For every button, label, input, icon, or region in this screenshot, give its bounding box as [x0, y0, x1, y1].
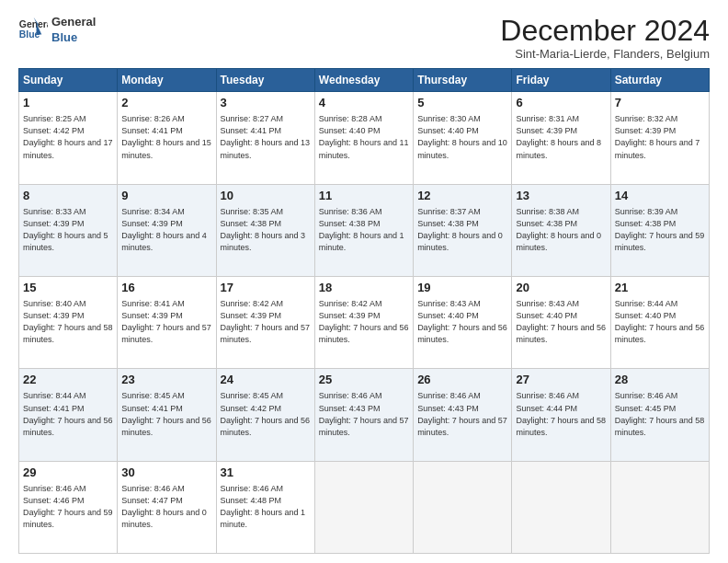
calendar-cell: 23Sunrise: 8:45 AMSunset: 4:41 PMDayligh… [118, 369, 216, 461]
calendar-cell: 24Sunrise: 8:45 AMSunset: 4:42 PMDayligh… [216, 369, 314, 461]
day-number: 15 [23, 280, 113, 296]
calendar-cell: 7Sunrise: 8:32 AMSunset: 4:39 PMDaylight… [610, 92, 709, 184]
day-info: Sunrise: 8:39 AMSunset: 4:38 PMDaylight:… [615, 206, 705, 254]
calendar-cell: 12Sunrise: 8:37 AMSunset: 4:38 PMDayligh… [414, 184, 512, 276]
day-info: Sunrise: 8:46 AMSunset: 4:46 PMDaylight:… [23, 483, 113, 531]
day-info: Sunrise: 8:42 AMSunset: 4:39 PMDaylight:… [221, 298, 311, 346]
day-number: 30 [121, 465, 211, 481]
day-number: 8 [23, 188, 113, 204]
day-info: Sunrise: 8:46 AMSunset: 4:44 PMDaylight:… [516, 390, 606, 438]
calendar-cell: 16Sunrise: 8:41 AMSunset: 4:39 PMDayligh… [118, 276, 216, 368]
day-info: Sunrise: 8:36 AMSunset: 4:38 PMDaylight:… [319, 206, 409, 254]
day-number: 1 [23, 95, 113, 111]
day-number: 6 [516, 95, 606, 111]
col-header-saturday: Saturday [610, 69, 709, 92]
day-info: Sunrise: 8:40 AMSunset: 4:39 PMDaylight:… [23, 298, 113, 346]
day-info: Sunrise: 8:46 AMSunset: 4:48 PMDaylight:… [221, 483, 311, 531]
day-number: 4 [319, 95, 409, 111]
calendar-table: SundayMondayTuesdayWednesdayThursdayFrid… [18, 68, 710, 554]
calendar-cell: 11Sunrise: 8:36 AMSunset: 4:38 PMDayligh… [314, 184, 413, 276]
day-number: 24 [221, 372, 311, 388]
calendar-cell: 29Sunrise: 8:46 AMSunset: 4:46 PMDayligh… [19, 461, 118, 553]
calendar-cell: 18Sunrise: 8:42 AMSunset: 4:39 PMDayligh… [314, 276, 413, 368]
day-number: 11 [319, 188, 409, 204]
calendar-cell [414, 461, 512, 553]
calendar-cell: 6Sunrise: 8:31 AMSunset: 4:39 PMDaylight… [512, 92, 610, 184]
calendar-cell: 15Sunrise: 8:40 AMSunset: 4:39 PMDayligh… [19, 276, 118, 368]
day-info: Sunrise: 8:25 AMSunset: 4:42 PMDaylight:… [23, 113, 113, 161]
logo: General Blue General Blue [18, 15, 96, 46]
col-header-sunday: Sunday [19, 69, 118, 92]
logo-general: General [51, 15, 96, 30]
day-info: Sunrise: 8:46 AMSunset: 4:43 PMDaylight:… [319, 390, 409, 438]
calendar-cell: 26Sunrise: 8:46 AMSunset: 4:43 PMDayligh… [414, 369, 512, 461]
calendar-cell [314, 461, 413, 553]
day-info: Sunrise: 8:35 AMSunset: 4:38 PMDaylight:… [221, 206, 311, 254]
calendar-cell: 14Sunrise: 8:39 AMSunset: 4:38 PMDayligh… [610, 184, 709, 276]
month-title: December 2024 [500, 15, 710, 47]
day-info: Sunrise: 8:33 AMSunset: 4:39 PMDaylight:… [23, 206, 113, 254]
logo-blue: Blue [51, 30, 96, 46]
day-number: 14 [615, 188, 705, 204]
calendar-cell: 10Sunrise: 8:35 AMSunset: 4:38 PMDayligh… [216, 184, 314, 276]
calendar-cell: 22Sunrise: 8:44 AMSunset: 4:41 PMDayligh… [19, 369, 118, 461]
day-number: 3 [221, 95, 311, 111]
day-number: 28 [615, 372, 705, 388]
day-number: 10 [221, 188, 311, 204]
calendar-cell [610, 461, 709, 553]
day-info: Sunrise: 8:38 AMSunset: 4:38 PMDaylight:… [516, 206, 606, 254]
day-number: 23 [121, 372, 211, 388]
calendar-cell: 2Sunrise: 8:26 AMSunset: 4:41 PMDaylight… [118, 92, 216, 184]
calendar-cell: 30Sunrise: 8:46 AMSunset: 4:47 PMDayligh… [118, 461, 216, 553]
calendar-cell: 1Sunrise: 8:25 AMSunset: 4:42 PMDaylight… [19, 92, 118, 184]
svg-text:General: General [19, 19, 48, 29]
day-info: Sunrise: 8:26 AMSunset: 4:41 PMDaylight:… [121, 113, 211, 161]
col-header-wednesday: Wednesday [314, 69, 413, 92]
calendar-cell: 3Sunrise: 8:27 AMSunset: 4:41 PMDaylight… [216, 92, 314, 184]
day-info: Sunrise: 8:32 AMSunset: 4:39 PMDaylight:… [615, 113, 705, 161]
day-number: 21 [615, 280, 705, 296]
day-info: Sunrise: 8:30 AMSunset: 4:40 PMDaylight:… [417, 113, 507, 161]
day-info: Sunrise: 8:45 AMSunset: 4:41 PMDaylight:… [121, 390, 211, 438]
day-number: 2 [121, 95, 211, 111]
day-number: 27 [516, 372, 606, 388]
calendar-cell: 17Sunrise: 8:42 AMSunset: 4:39 PMDayligh… [216, 276, 314, 368]
calendar-cell: 5Sunrise: 8:30 AMSunset: 4:40 PMDaylight… [414, 92, 512, 184]
page: General Blue General Blue December 2024 … [0, 0, 728, 563]
col-header-monday: Monday [118, 69, 216, 92]
day-info: Sunrise: 8:31 AMSunset: 4:39 PMDaylight:… [516, 113, 606, 161]
calendar-cell: 13Sunrise: 8:38 AMSunset: 4:38 PMDayligh… [512, 184, 610, 276]
title-block: December 2024 Sint-Maria-Lierde, Flander… [500, 15, 710, 61]
calendar-cell: 8Sunrise: 8:33 AMSunset: 4:39 PMDaylight… [19, 184, 118, 276]
day-number: 7 [615, 95, 705, 111]
day-number: 29 [23, 465, 113, 481]
day-info: Sunrise: 8:43 AMSunset: 4:40 PMDaylight:… [516, 298, 606, 346]
day-number: 16 [121, 280, 211, 296]
day-number: 13 [516, 188, 606, 204]
day-info: Sunrise: 8:46 AMSunset: 4:45 PMDaylight:… [615, 390, 705, 438]
logo-icon: General Blue [18, 17, 48, 43]
calendar-cell: 28Sunrise: 8:46 AMSunset: 4:45 PMDayligh… [610, 369, 709, 461]
calendar-cell: 20Sunrise: 8:43 AMSunset: 4:40 PMDayligh… [512, 276, 610, 368]
day-number: 25 [319, 372, 409, 388]
day-number: 17 [221, 280, 311, 296]
day-number: 19 [417, 280, 507, 296]
location: Sint-Maria-Lierde, Flanders, Belgium [500, 47, 710, 61]
day-info: Sunrise: 8:46 AMSunset: 4:47 PMDaylight:… [121, 483, 211, 531]
day-info: Sunrise: 8:43 AMSunset: 4:40 PMDaylight:… [417, 298, 507, 346]
day-info: Sunrise: 8:45 AMSunset: 4:42 PMDaylight:… [221, 390, 311, 438]
day-number: 18 [319, 280, 409, 296]
col-header-thursday: Thursday [414, 69, 512, 92]
day-info: Sunrise: 8:44 AMSunset: 4:40 PMDaylight:… [615, 298, 705, 346]
day-info: Sunrise: 8:27 AMSunset: 4:41 PMDaylight:… [221, 113, 311, 161]
day-info: Sunrise: 8:46 AMSunset: 4:43 PMDaylight:… [417, 390, 507, 438]
calendar-cell: 21Sunrise: 8:44 AMSunset: 4:40 PMDayligh… [610, 276, 709, 368]
day-info: Sunrise: 8:41 AMSunset: 4:39 PMDaylight:… [121, 298, 211, 346]
day-info: Sunrise: 8:28 AMSunset: 4:40 PMDaylight:… [319, 113, 409, 161]
calendar-cell: 27Sunrise: 8:46 AMSunset: 4:44 PMDayligh… [512, 369, 610, 461]
header: General Blue General Blue December 2024 … [18, 15, 710, 61]
calendar-cell: 9Sunrise: 8:34 AMSunset: 4:39 PMDaylight… [118, 184, 216, 276]
day-info: Sunrise: 8:37 AMSunset: 4:38 PMDaylight:… [417, 206, 507, 254]
day-info: Sunrise: 8:34 AMSunset: 4:39 PMDaylight:… [121, 206, 211, 254]
col-header-tuesday: Tuesday [216, 69, 314, 92]
